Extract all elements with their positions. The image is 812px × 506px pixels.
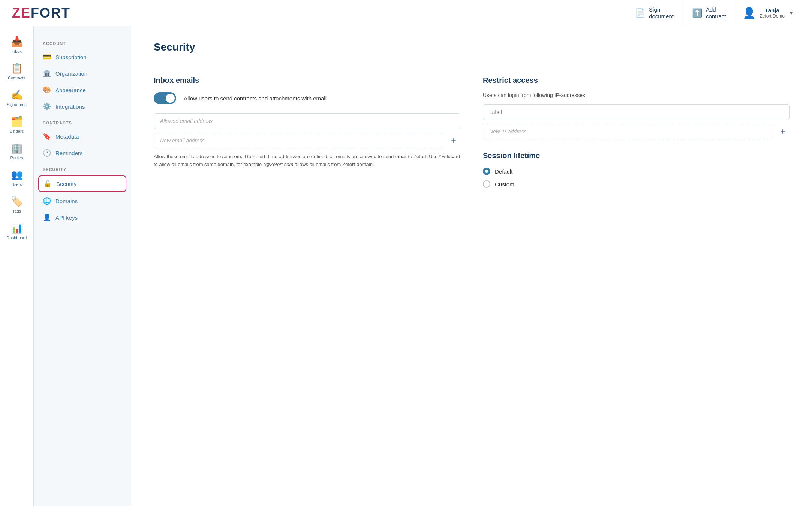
add-email-button[interactable]: +: [447, 134, 460, 147]
nav-link-api-keys[interactable]: 👤 API keys: [34, 209, 131, 226]
inbox-label: Inbox: [12, 49, 22, 54]
binders-icon: 🗂️: [11, 116, 23, 127]
appearance-icon: 🎨: [43, 86, 51, 94]
api-keys-label: API keys: [55, 214, 78, 221]
chevron-down-icon: ▾: [790, 10, 793, 16]
header-actions: 📄 Signdocument ⬆️ Addcontract 👤 Tanja Ze…: [626, 2, 800, 24]
security-section-title: SECURITY: [34, 161, 131, 175]
organization-icon: 🏛️: [43, 69, 51, 78]
tags-icon: 🏷️: [11, 196, 23, 207]
contracts-section-title: CONTRACTS: [34, 115, 131, 128]
new-ip-input[interactable]: [483, 124, 772, 139]
inbox-emails-section: Inbox emails Allow users to send contrac…: [154, 76, 460, 188]
dashboard-label: Dashboard: [7, 235, 27, 240]
help-text-italic: *@Zefort.com: [263, 162, 293, 167]
session-lifetime-title: Session lifetime: [483, 151, 790, 160]
help-text: Allow these email addresses to send emai…: [154, 153, 460, 169]
user-org: Zefort Demo: [760, 13, 785, 19]
sidebar-item-contracts[interactable]: 📋 Contracts: [2, 59, 32, 84]
nav-link-appearance[interactable]: 🎨 Appearance: [34, 82, 131, 98]
radio-default[interactable]: Default: [483, 168, 790, 175]
label-input[interactable]: [483, 104, 790, 120]
allowed-email-input[interactable]: [154, 113, 460, 129]
parties-label: Parties: [10, 156, 23, 160]
sidebar-item-dashboard[interactable]: 📊 Dashboard: [2, 219, 32, 244]
user-menu-button[interactable]: 👤 Tanja Zefort Demo ▾: [735, 2, 800, 24]
security-icon: 🔒: [43, 180, 52, 188]
domains-icon: 🌐: [43, 197, 51, 205]
subscription-label: Subscription: [55, 54, 87, 60]
metadata-label: Metadata: [55, 133, 79, 140]
nav-link-integrations[interactable]: ⚙️ Integrations: [34, 98, 131, 115]
contracts-label: Contracts: [8, 76, 25, 80]
page-title: Security: [154, 41, 790, 53]
dashboard-icon: 📊: [11, 222, 23, 234]
users-icon: 👥: [11, 169, 23, 181]
content-grid: Inbox emails Allow users to send contrac…: [154, 76, 790, 188]
sign-document-button[interactable]: 📄 Signdocument: [626, 2, 683, 24]
subscription-icon: 💳: [43, 53, 51, 61]
sidebar-item-binders[interactable]: 🗂️ Binders: [2, 112, 32, 137]
radio-custom-label: Custom: [495, 181, 514, 187]
sign-document-icon: 📄: [635, 8, 645, 18]
signatures-label: Signatures: [7, 102, 27, 107]
security-label: Security: [56, 181, 76, 187]
add-ip-button[interactable]: +: [776, 125, 790, 138]
organization-label: Organization: [55, 70, 87, 77]
signatures-icon: ✍️: [11, 89, 23, 101]
sign-document-label: Signdocument: [649, 6, 674, 20]
tags-label: Tags: [12, 209, 21, 213]
radio-default-label: Default: [495, 168, 513, 175]
account-section-title: ACCOUNT: [34, 35, 131, 49]
nav-link-security[interactable]: 🔒 Security: [38, 175, 126, 192]
logo-fort: FORT: [31, 5, 70, 21]
inbox-email-toggle[interactable]: [154, 92, 176, 104]
new-email-row: +: [154, 133, 460, 148]
sidebar-item-signatures[interactable]: ✍️ Signatures: [2, 85, 32, 111]
toggle-text: Allow users to send contracts and attach…: [184, 94, 327, 102]
new-ip-row: +: [483, 124, 790, 139]
radio-custom[interactable]: Custom: [483, 180, 790, 188]
user-icon: 👤: [743, 7, 756, 19]
appearance-label: Appearance: [55, 87, 86, 93]
new-email-input[interactable]: [154, 133, 443, 148]
restrict-subtitle: Users can login from following IP-addres…: [483, 92, 790, 98]
integrations-icon: ⚙️: [43, 102, 51, 111]
secondary-nav: ACCOUNT 💳 Subscription 🏛️ Organization 🎨…: [34, 26, 131, 506]
divider: [154, 61, 790, 61]
add-contract-icon: ⬆️: [692, 8, 702, 18]
integrations-label: Integrations: [55, 103, 85, 110]
right-section: Restrict access Users can login from fol…: [483, 76, 790, 188]
user-info: Tanja Zefort Demo: [760, 7, 785, 19]
help-text-part2: allows all emails from Zefort-domain.: [293, 162, 374, 167]
nav-link-metadata[interactable]: 🔖 Metadata: [34, 128, 131, 145]
contracts-icon: 📋: [11, 63, 23, 74]
sidebar-item-tags[interactable]: 🏷️ Tags: [2, 192, 32, 217]
api-keys-icon: 👤: [43, 213, 51, 222]
inbox-icon: 📥: [11, 36, 23, 48]
sidebar-item-inbox[interactable]: 📥 Inbox: [2, 32, 32, 57]
nav-link-organization[interactable]: 🏛️ Organization: [34, 65, 131, 82]
reminders-icon: 🕐: [43, 149, 51, 157]
radio-default-circle: [483, 168, 490, 175]
restrict-access-title: Restrict access: [483, 76, 790, 85]
reminders-label: Reminders: [55, 150, 83, 156]
header: ZEFORT 📄 Signdocument ⬆️ Addcontract 👤 T…: [0, 0, 812, 26]
sidebar-item-parties[interactable]: 🏢 Parties: [2, 139, 32, 164]
session-lifetime-section: Session lifetime Default Custom: [483, 151, 790, 188]
main-content: Security Inbox emails Allow users to sen…: [131, 26, 812, 506]
inbox-emails-title: Inbox emails: [154, 76, 460, 85]
sidebar-item-users[interactable]: 👥 Users: [2, 165, 32, 190]
nav-link-domains[interactable]: 🌐 Domains: [34, 193, 131, 209]
nav-link-reminders[interactable]: 🕐 Reminders: [34, 145, 131, 161]
domains-label: Domains: [55, 198, 78, 204]
users-label: Users: [11, 182, 22, 187]
restrict-access-section: Restrict access Users can login from fol…: [483, 76, 790, 139]
logo: ZEFORT: [12, 5, 70, 21]
add-contract-label: Addcontract: [706, 6, 726, 20]
radio-custom-circle: [483, 180, 490, 188]
toggle-row: Allow users to send contracts and attach…: [154, 92, 460, 104]
add-contract-button[interactable]: ⬆️ Addcontract: [683, 2, 735, 24]
nav-link-subscription[interactable]: 💳 Subscription: [34, 49, 131, 65]
user-name: Tanja: [760, 7, 785, 13]
